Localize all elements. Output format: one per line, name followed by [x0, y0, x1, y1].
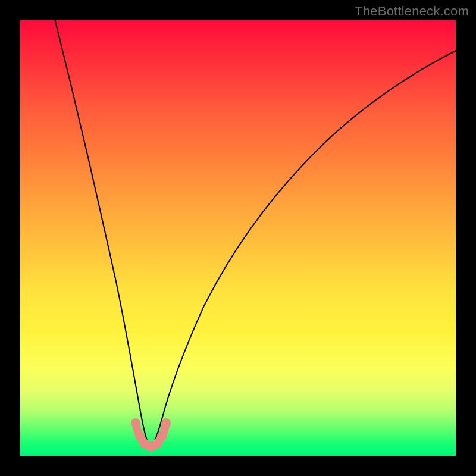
notch-markers: [131, 418, 171, 452]
svg-point-5: [157, 431, 167, 441]
svg-point-6: [161, 418, 171, 428]
chart-frame: TheBottleneck.com: [0, 0, 476, 476]
svg-point-0: [131, 418, 140, 428]
plot-area: [20, 20, 456, 456]
watermark-text: TheBottleneck.com: [355, 4, 469, 19]
bottleneck-curve: [55, 20, 456, 445]
chart-svg: [20, 20, 456, 456]
